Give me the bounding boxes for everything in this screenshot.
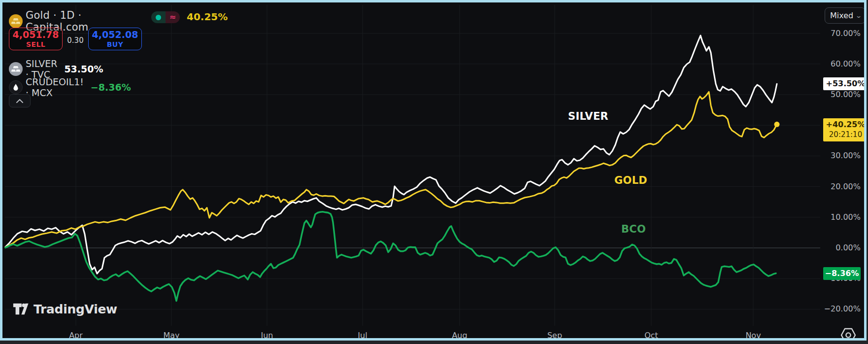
tradingview-logo-text: TradingView: [33, 302, 117, 316]
oil-drop-icon: [9, 80, 23, 94]
scale-mode-dropdown[interactable]: Mixed ⌄: [825, 7, 866, 24]
price-badge-bco: −8.36%: [823, 267, 861, 280]
collapse-legend-button[interactable]: [9, 94, 31, 107]
series-line-bco[interactable]: [5, 212, 776, 301]
y-axis-tick: 30.00%: [831, 151, 861, 160]
sell-label: SELL: [26, 40, 45, 48]
series-line-silver[interactable]: [5, 35, 777, 274]
series-line-gold[interactable]: [5, 92, 777, 247]
x-axis-month: Jun: [261, 331, 273, 340]
time-axis[interactable]: AprMayJunJulAugSepOctNov: [2, 327, 820, 341]
x-axis-month: May: [163, 331, 179, 340]
x-axis-month: Jul: [358, 331, 367, 340]
market-open-dot-icon: [151, 11, 166, 23]
y-axis-tick: 60.00%: [831, 59, 861, 69]
spread-value: 0.30: [67, 36, 84, 45]
price-chart-canvas[interactable]: [2, 2, 864, 338]
compare-crudeoil-name[interactable]: CRUDEOIL1! · MCX: [26, 76, 84, 98]
buy-button[interactable]: 4,052.08 BUY: [88, 28, 142, 50]
tradingview-chart-window: SILVER GOLD BCO Gold · 1D · Capital.com …: [0, 0, 868, 344]
y-axis-tick: 10.00%: [831, 212, 861, 222]
series-label-gold: GOLD: [614, 174, 647, 186]
price-axis[interactable]: Mixed ⌄ 70.00%60.00%50.00%40.00%30.00%20…: [820, 2, 867, 338]
hexagon-gear-icon: [839, 328, 857, 341]
y-axis-tick: 20.00%: [831, 182, 861, 191]
chevron-down-icon: ⌄: [855, 12, 862, 19]
y-axis-tick: 70.00%: [831, 29, 861, 38]
gold-change-value: 40.25%: [187, 11, 228, 23]
x-axis-month: Oct: [644, 331, 658, 340]
compare-silver-value: 53.50%: [64, 64, 103, 74]
axis-settings-button[interactable]: [839, 328, 857, 341]
tradingview-logo-icon: [12, 301, 29, 317]
gold-bars-icon: [9, 14, 23, 28]
market-status-toggle[interactable]: ≈: [151, 11, 180, 23]
sell-price: 4,051.78: [13, 30, 59, 40]
chart-frame: SILVER GOLD BCO Gold · 1D · Capital.com …: [0, 0, 867, 341]
price-badge-silver: +53.50%: [823, 77, 867, 90]
x-axis-month: Aug: [452, 331, 467, 340]
tradingview-logo[interactable]: TradingView: [12, 301, 117, 317]
compare-crudeoil-value: −8.36%: [91, 82, 131, 93]
x-axis-month: Nov: [745, 331, 761, 340]
silver-bars-icon: [9, 62, 23, 76]
x-axis-month: Apr: [69, 331, 83, 340]
price-badge-gold: +40.25%20:21:10: [823, 118, 867, 141]
sell-button[interactable]: 4,051.78 SELL: [9, 28, 63, 50]
series-label-silver: SILVER: [568, 110, 608, 122]
series-label-bco: BCO: [621, 223, 646, 235]
approx-wave-icon: ≈: [166, 11, 180, 23]
y-axis-tick: −20.00%: [824, 304, 861, 313]
y-axis-tick: 50.00%: [831, 90, 861, 99]
x-axis-month: Sep: [547, 331, 562, 340]
y-axis-tick: 0.00%: [835, 243, 861, 252]
buy-price: 4,052.08: [92, 30, 138, 40]
last-price-dot-gold: [774, 122, 780, 127]
scale-mode-label: Mixed: [830, 11, 853, 20]
chevron-up-icon: [16, 99, 23, 103]
buy-label: BUY: [107, 40, 123, 48]
